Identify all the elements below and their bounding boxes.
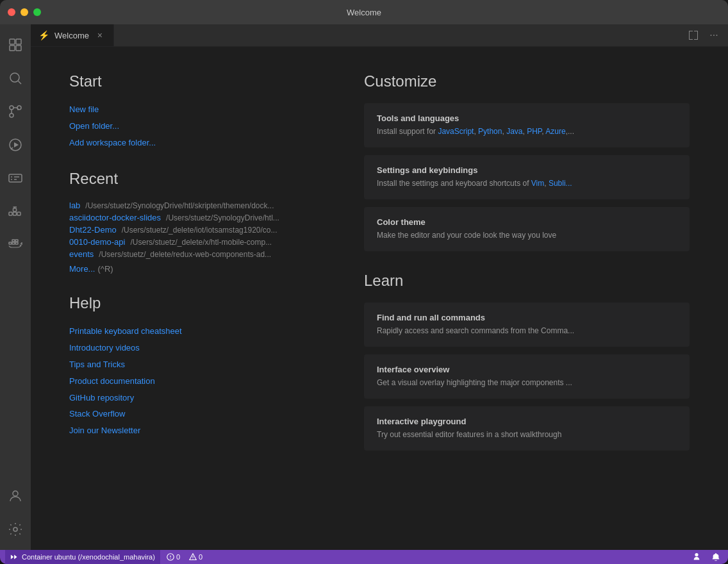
interface-overview-desc: Get a visual overlay highlighting the ma… [377, 377, 677, 388]
account-icon[interactable] [0, 481, 31, 511]
settings-keybindings-card[interactable]: Settings and keybindings Install the set… [364, 155, 690, 199]
product-docs-link[interactable]: Product documentation [69, 375, 326, 388]
error-icon [167, 553, 174, 561]
svg-rect-2 [10, 46, 15, 51]
tab-bar: ⚡ Welcome × ··· [31, 24, 728, 47]
new-file-link[interactable]: New file [69, 103, 326, 117]
learn-title: Learn [364, 272, 690, 290]
python-link[interactable]: Python [478, 127, 502, 136]
warnings-count: 0 [199, 553, 203, 561]
right-panel: Customize Tools and languages Install su… [364, 72, 690, 524]
find-run-commands-title: Find and run all commands [377, 313, 677, 322]
welcome-tab[interactable]: ⚡ Welcome × [31, 24, 114, 46]
recent-item-4: events /Users/stuetz/_delete/redux-web-c… [69, 249, 326, 259]
svg-point-37 [192, 558, 193, 559]
warning-icon [189, 553, 197, 561]
remote-label: Container ubuntu (/xenodochial_mahavira) [22, 553, 155, 561]
bell-button[interactable] [709, 550, 723, 564]
run-debug-icon[interactable] [0, 129, 31, 160]
customize-title: Customize [364, 72, 690, 90]
maximize-button[interactable] [33, 8, 41, 16]
status-bar: Container ubuntu (/xenodochial_mahavira)… [0, 550, 728, 564]
person-icon [692, 552, 701, 561]
js-link[interactable]: JavaScript [438, 127, 474, 136]
editor-area: ⚡ Welcome × ··· [31, 24, 728, 550]
errors-indicator[interactable]: 0 [164, 550, 183, 564]
warnings-indicator[interactable]: 0 [186, 550, 205, 564]
recent-path-1: /Users/stuetz/SynologyDrive/htl... [166, 213, 279, 222]
color-theme-card[interactable]: Color theme Make the editor and your cod… [364, 207, 690, 251]
more-actions-button[interactable]: ··· [705, 26, 723, 44]
tools-languages-card[interactable]: Tools and languages Install support for … [364, 103, 690, 147]
interface-overview-title: Interface overview [377, 365, 677, 374]
svg-rect-18 [9, 212, 12, 215]
azure-link[interactable]: Azure [545, 127, 565, 136]
java-link[interactable]: Java [506, 127, 522, 136]
svg-point-7 [10, 113, 13, 117]
svg-rect-27 [12, 240, 15, 242]
interactive-playground-desc: Try out essential editor features in a s… [377, 429, 677, 440]
bell-icon [711, 552, 720, 561]
recent-name-2[interactable]: Dht22-Demo [69, 225, 117, 235]
minimize-button[interactable] [21, 8, 28, 16]
tips-tricks-link[interactable]: Tips and Tricks [69, 358, 326, 372]
welcome-tab-label: Welcome [54, 31, 89, 40]
recent-name-1[interactable]: asciidoctor-docker-slides [69, 213, 161, 222]
svg-rect-13 [9, 174, 22, 182]
recent-name-3[interactable]: 0010-demo-api [69, 237, 125, 247]
intro-videos-link[interactable]: Introductory videos [69, 342, 326, 355]
svg-marker-11 [14, 142, 19, 147]
stack-overflow-link[interactable]: Stack Overflow [69, 408, 326, 421]
help-title: Help [69, 294, 326, 312]
activity-bar-top [0, 29, 31, 481]
traffic-lights [8, 8, 41, 16]
open-folder-link[interactable]: Open folder... [69, 120, 326, 133]
vim-link[interactable]: Vim [531, 179, 544, 188]
customize-section: Customize Tools and languages Install su… [364, 72, 690, 251]
keyboard-cheatsheet-link[interactable]: Printable keyboard cheatsheet [69, 325, 326, 338]
settings-keybindings-title: Settings and keybindings [377, 165, 677, 175]
svg-rect-1 [16, 39, 21, 44]
app-window: Welcome [0, 0, 728, 564]
settings-icon[interactable] [0, 514, 31, 545]
interactive-playground-card[interactable]: Interactive playground Try out essential… [364, 406, 690, 451]
activity-bar-bottom [0, 481, 31, 545]
extensions-icon[interactable] [0, 196, 31, 227]
recent-path-0: /Users/stuetz/SynologyDrive/htl/skripten… [85, 201, 274, 210]
start-title: Start [69, 72, 326, 90]
svg-rect-19 [13, 208, 17, 212]
remote-explorer-icon[interactable] [0, 163, 31, 194]
recent-item-3: 0010-demo-api /Users/stuetz/_delete/x/ht… [69, 237, 326, 247]
php-link[interactable]: PHP [527, 127, 542, 136]
recent-path-3: /Users/stuetz/_delete/x/htl-mobile-comp.… [130, 238, 272, 247]
svg-rect-21 [17, 212, 21, 215]
find-run-commands-card[interactable]: Find and run all commands Rapidly access… [364, 303, 690, 347]
interface-overview-card[interactable]: Interface overview Get a visual overlay … [364, 354, 690, 399]
activity-bar [0, 24, 31, 550]
main-layout: ⚡ Welcome × ··· [0, 24, 728, 550]
explorer-icon[interactable] [0, 29, 31, 60]
tab-actions: ··· [679, 24, 728, 46]
remote-icon [10, 552, 19, 561]
tab-close-button[interactable]: × [94, 29, 106, 41]
add-workspace-folder-link[interactable]: Add workspace folder... [69, 137, 326, 150]
recent-name-0[interactable]: lab [69, 201, 80, 210]
remote-indicator[interactable]: Container ubuntu (/xenodochial_mahavira) [5, 550, 160, 564]
recent-path-4: /Users/stuetz/_delete/redux-web-componen… [99, 250, 271, 259]
settings-keybindings-desc: Install the settings and keyboard shortc… [377, 178, 677, 189]
source-control-icon[interactable] [0, 96, 31, 127]
svg-rect-28 [15, 240, 18, 242]
sublime-link[interactable]: Subli... [549, 179, 572, 188]
recent-item-1: asciidoctor-docker-slides /Users/stuetz/… [69, 213, 326, 222]
split-editor-button[interactable] [684, 26, 702, 44]
search-icon[interactable] [0, 63, 31, 94]
more-recent-link[interactable]: More... (^R) [69, 264, 326, 274]
docker-icon[interactable] [0, 229, 31, 260]
github-repo-link[interactable]: GitHub repository [69, 392, 326, 405]
notifications-button[interactable] [690, 550, 704, 564]
newsletter-link[interactable]: Join our Newsletter [69, 424, 326, 438]
svg-line-5 [19, 81, 22, 85]
recent-name-4[interactable]: events [69, 249, 94, 259]
close-button[interactable] [8, 8, 15, 16]
recent-section: Recent lab /Users/stuetz/SynologyDrive/h… [69, 170, 326, 274]
